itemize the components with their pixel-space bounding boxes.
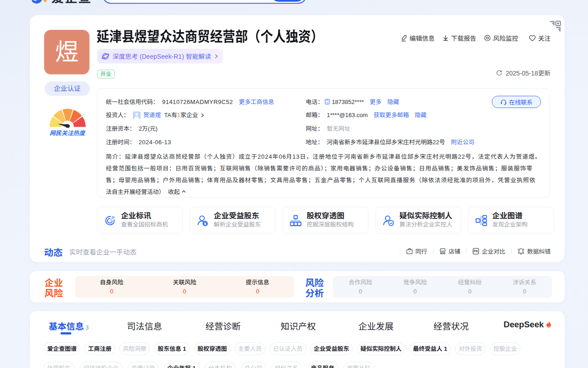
svg-text:PK: PK xyxy=(474,249,479,253)
